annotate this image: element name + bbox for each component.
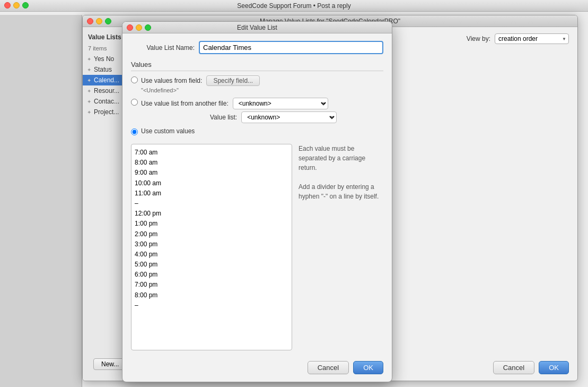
radio-custom-label: Use custom values — [141, 127, 195, 135]
values-hint: Each value must be separated by a carria… — [299, 144, 383, 350]
edit-titlebar: Edit Value List — [122, 22, 392, 33]
radio-from-field-label: Use values from field: — [141, 77, 202, 84]
radio-from-file-input[interactable] — [131, 99, 138, 106]
sidebar-title: Value Lists — [88, 33, 121, 41]
app-traffic-lights — [4, 2, 29, 8]
app-title: SeedCode Support Forum • Post a reply — [237, 2, 350, 10]
radio-from-field: Use values from field: Specify field... … — [131, 75, 383, 93]
ok-button[interactable]: OK — [353, 361, 383, 374]
radio-from-field-content: Use values from field: Specify field... … — [141, 75, 383, 93]
drag-icon: ✦ — [87, 78, 91, 83]
name-input[interactable] — [199, 41, 383, 54]
manage-max-button[interactable] — [105, 18, 111, 24]
name-row: Value List Name: — [131, 41, 383, 54]
file-select-wrapper: <unknown> — [233, 98, 328, 109]
minimize-button[interactable] — [13, 2, 20, 8]
values-section-label: Values — [131, 61, 383, 71]
drag-icon: ✦ — [87, 99, 91, 105]
radio-from-file-content: Use value list from another file: <unkno… — [141, 98, 383, 123]
value-list-label: Value list: — [210, 114, 237, 121]
radio-custom-input[interactable] — [131, 128, 138, 135]
close-button[interactable] — [4, 2, 11, 8]
specify-field-button[interactable]: Specify field... — [206, 75, 260, 86]
value-list-select-wrapper: <unknown> — [241, 111, 337, 123]
values-area: 7:00 am 8:00 am 9:00 am 10:00 am 11:00 a… — [131, 144, 383, 350]
app-titlebar: SeedCode Support Forum • Post a reply — [0, 0, 588, 12]
edit-min-button[interactable] — [136, 24, 142, 31]
layout-panel — [0, 15, 82, 387]
cancel-button[interactable]: Cancel — [308, 361, 349, 374]
view-by-label: View by: — [467, 35, 490, 42]
edit-traffic-lights — [127, 24, 151, 31]
edit-dialog: Edit Value List Value List Name: Values … — [122, 21, 392, 382]
manage-close-button[interactable] — [87, 18, 93, 24]
drag-icon: ✦ — [87, 56, 91, 62]
dialog-footer: Cancel OK — [131, 357, 383, 374]
list-item-label: Calend... — [94, 76, 119, 84]
edit-max-button[interactable] — [145, 24, 151, 31]
manage-cancel-button[interactable]: Cancel — [493, 361, 534, 374]
undefined-label: "<Undefined>" — [141, 87, 383, 93]
edit-body: Value List Name: Values Use values from … — [122, 33, 392, 382]
view-by-select[interactable]: creation ordername — [495, 33, 569, 44]
list-item-label: Status — [94, 66, 112, 73]
file-select[interactable]: <unknown> — [233, 98, 328, 109]
drag-icon: ✦ — [87, 88, 91, 94]
edit-close-button[interactable] — [127, 24, 133, 31]
maximize-button[interactable] — [22, 2, 29, 8]
view-by-wrapper: creation ordername — [495, 33, 569, 44]
manage-footer: Cancel OK — [493, 361, 569, 374]
manage-min-button[interactable] — [96, 18, 102, 24]
radio-from-field-input[interactable] — [131, 76, 138, 83]
edit-title: Edit Value List — [237, 24, 277, 31]
hint-line1: Each value must be separated by a carria… — [299, 144, 383, 173]
radio-from-file-label: Use value list from another file: — [141, 100, 229, 107]
radio-custom: Use custom values — [131, 127, 383, 135]
name-label: Value List Name: — [131, 44, 195, 51]
drag-icon: ✦ — [87, 67, 91, 73]
value-list-select[interactable]: <unknown> — [241, 111, 337, 123]
list-item-label: Contac... — [94, 98, 119, 105]
list-item-label: Project... — [94, 108, 119, 116]
radio-from-file: Use value list from another file: <unkno… — [131, 98, 383, 123]
list-item-label: Resour... — [94, 87, 119, 94]
hint-line2: Add a divider by entering a hyphen "-" o… — [299, 182, 383, 201]
drag-icon: ✦ — [87, 109, 91, 115]
list-item-label: Yes No — [94, 55, 114, 63]
manage-traffic-lights — [87, 18, 111, 24]
custom-values-textarea[interactable]: 7:00 am 8:00 am 9:00 am 10:00 am 11:00 a… — [131, 144, 292, 350]
manage-ok-button[interactable]: OK — [539, 361, 569, 374]
